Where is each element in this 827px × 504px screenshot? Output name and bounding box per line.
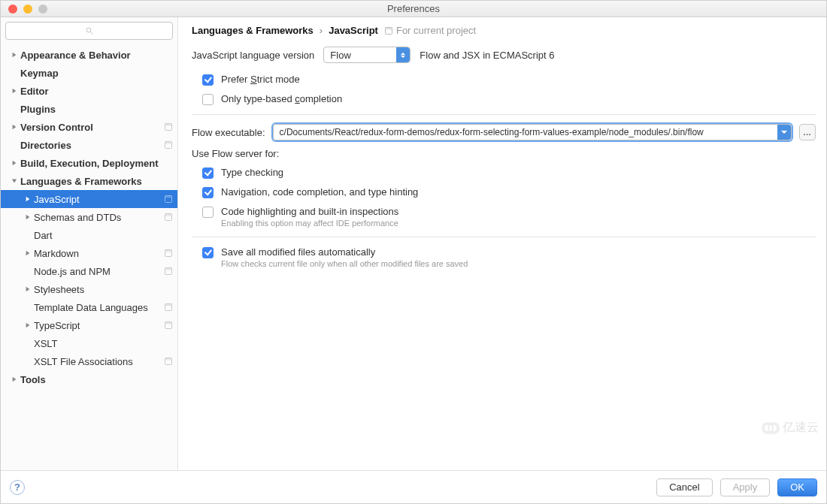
tree-item-build-execution-deployment[interactable]: Build, Execution, Deployment <box>1 154 177 172</box>
project-badge-icon <box>164 267 173 276</box>
type-checking-checkbox[interactable] <box>202 167 214 179</box>
svg-rect-5 <box>165 142 172 144</box>
window-title: Preferences <box>1 3 826 14</box>
browse-button[interactable]: … <box>799 124 816 140</box>
tree-item-typescript[interactable]: TypeScript <box>1 316 177 334</box>
watermark: 亿速云 <box>763 420 819 436</box>
svg-rect-9 <box>165 214 172 216</box>
tree-item-version-control[interactable]: Version Control <box>1 118 177 136</box>
expand-icon <box>23 249 32 258</box>
breadcrumb-b: JavaScript <box>329 25 378 36</box>
highlighting-checkbox[interactable] <box>202 207 214 218</box>
langversion-select[interactable]: Flow <box>323 47 410 63</box>
svg-rect-11 <box>165 250 172 252</box>
expand-icon <box>23 213 32 222</box>
tree-item-appearance-behavior[interactable]: Appearance & Behavior <box>1 46 177 64</box>
history-dropdown-icon[interactable] <box>777 125 791 140</box>
navigation-label[interactable]: Navigation, code completion, and type hi… <box>221 186 418 198</box>
content-panel: Languages & Frameworks › JavaScript For … <box>178 17 826 470</box>
type-based-checkbox[interactable] <box>202 94 214 105</box>
project-badge-icon <box>164 357 173 366</box>
expand-icon <box>10 140 19 149</box>
cancel-button[interactable]: Cancel <box>656 478 712 496</box>
tree-item-plugins[interactable]: Plugins <box>1 100 177 118</box>
save-auto-checkbox[interactable] <box>202 247 214 258</box>
tree-item-label: Node.js and NPM <box>34 266 164 277</box>
tree-item-label: Version Control <box>20 122 164 133</box>
divider <box>192 114 816 115</box>
expand-icon <box>23 195 32 204</box>
tree-item-directories[interactable]: Directories <box>1 136 177 154</box>
tree-item-label: Stylesheets <box>34 284 173 295</box>
tree-item-schemas-and-dtds[interactable]: Schemas and DTDs <box>1 208 177 226</box>
project-badge-icon <box>164 303 173 312</box>
tree-item-editor[interactable]: Editor <box>1 82 177 100</box>
sidebar: Appearance & BehaviorKeymapEditorPlugins… <box>1 17 178 470</box>
project-badge-icon <box>164 122 173 131</box>
breadcrumb-a[interactable]: Languages & Frameworks <box>192 25 314 36</box>
tree-item-languages-frameworks[interactable]: Languages & Frameworks <box>1 172 177 190</box>
project-scope: For current project <box>384 25 476 36</box>
tree-item-stylesheets[interactable]: Stylesheets <box>1 280 177 298</box>
flow-exec-label: Flow executable: <box>192 127 265 138</box>
tree-item-xslt[interactable]: XSLT <box>1 334 177 352</box>
expand-icon <box>10 375 19 384</box>
tree-item-label: Schemas and DTDs <box>34 212 164 223</box>
svg-rect-3 <box>165 124 172 126</box>
svg-point-0 <box>86 28 91 32</box>
tree-item-label: Languages & Frameworks <box>20 176 173 187</box>
project-badge-icon <box>164 140 173 149</box>
tree-item-label: Appearance & Behavior <box>20 50 173 61</box>
flow-exec-input[interactable] <box>273 124 792 140</box>
navigation-checkbox[interactable] <box>202 187 214 198</box>
dropdown-icon <box>396 47 410 62</box>
tree-item-label: XSLT <box>34 338 173 349</box>
divider <box>192 237 816 237</box>
expand-icon <box>10 122 19 131</box>
tree-item-label: Keymap <box>20 68 173 79</box>
strict-mode-checkbox[interactable] <box>202 74 214 86</box>
svg-rect-19 <box>165 358 172 361</box>
tree-item-label: TypeScript <box>34 320 164 331</box>
strict-mode-label[interactable]: Prefer Strict mode <box>221 74 300 85</box>
project-badge-icon <box>164 195 173 204</box>
expand-icon <box>10 68 19 77</box>
expand-icon <box>23 357 32 366</box>
tree-item-tools[interactable]: Tools <box>1 370 177 388</box>
langversion-value: Flow <box>330 50 350 61</box>
ok-button[interactable]: OK <box>777 478 817 496</box>
use-flow-label: Use Flow server for: <box>192 148 816 159</box>
project-badge-icon <box>164 249 173 258</box>
tree-item-javascript[interactable]: JavaScript <box>1 190 177 208</box>
apply-button[interactable]: Apply <box>720 478 771 496</box>
save-auto-label[interactable]: Save all modified files automatically Fl… <box>221 246 468 268</box>
highlighting-label[interactable]: Code highlighting and built-in inspectio… <box>221 206 398 228</box>
tree-item-label: Plugins <box>20 104 173 115</box>
help-button[interactable]: ? <box>10 480 25 495</box>
settings-tree: Appearance & BehaviorKeymapEditorPlugins… <box>1 44 177 470</box>
titlebar: Preferences <box>1 1 826 17</box>
expand-icon <box>23 231 32 240</box>
svg-line-1 <box>90 32 92 35</box>
tree-item-template-data-languages[interactable]: Template Data Languages <box>1 298 177 316</box>
tree-item-label: Template Data Languages <box>34 302 164 313</box>
svg-rect-7 <box>165 196 172 198</box>
svg-rect-13 <box>165 268 172 270</box>
tree-item-xslt-file-associations[interactable]: XSLT File Associations <box>1 352 177 370</box>
tree-item-label: JavaScript <box>34 194 164 205</box>
expand-icon <box>10 104 19 113</box>
tree-item-label: Build, Execution, Deployment <box>20 158 173 169</box>
expand-icon <box>10 177 19 186</box>
expand-icon <box>23 303 32 312</box>
tree-item-markdown[interactable]: Markdown <box>1 244 177 262</box>
chevron-right-icon: › <box>320 25 323 36</box>
highlighting-note: Enabling this option may affect IDE perf… <box>221 219 398 228</box>
type-checking-label[interactable]: Type checking <box>221 167 283 178</box>
svg-rect-15 <box>165 304 172 306</box>
svg-rect-21 <box>385 27 392 29</box>
tree-item-dart[interactable]: Dart <box>1 226 177 244</box>
tree-item-label: Markdown <box>34 248 164 259</box>
tree-item-keymap[interactable]: Keymap <box>1 64 177 82</box>
type-based-label[interactable]: Only type-based completion <box>221 93 342 104</box>
tree-item-node-js-and-npm[interactable]: Node.js and NPM <box>1 262 177 280</box>
